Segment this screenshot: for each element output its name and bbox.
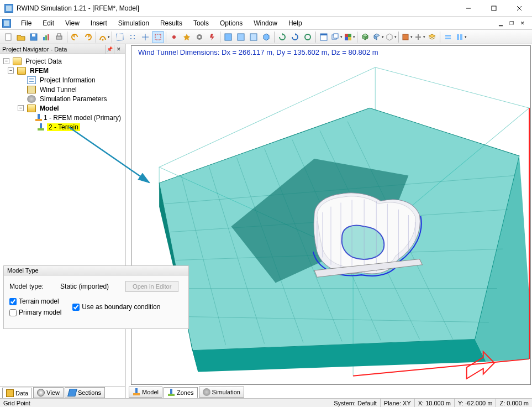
mdi-minimize-button[interactable]: ▁ [496,19,505,28]
tb-iso1-button[interactable] [359,31,371,43]
svg-rect-13 [117,34,123,40]
tb-iso2-button[interactable] [372,31,384,43]
menu-file[interactable]: File [15,17,37,29]
tb-node-button[interactable] [168,31,180,43]
menu-insert[interactable]: Insert [85,17,113,29]
svg-rect-10 [56,36,62,39]
svg-rect-37 [445,35,451,36]
tab-sections[interactable]: Sections [65,387,105,398]
tb-colors-button[interactable] [343,31,355,43]
tab-view[interactable]: View [33,387,64,398]
mdi-restore-button[interactable]: ❐ [507,19,517,28]
tb-run-button[interactable] [98,31,110,43]
close-button[interactable] [507,0,532,17]
maximize-button[interactable] [481,0,507,17]
tb-tool2-button[interactable] [413,31,425,43]
tb-align1-button[interactable] [442,31,454,43]
tb-chart-button[interactable] [40,31,52,43]
tree-toggle-icon[interactable]: − [18,105,24,111]
folder-icon [13,58,22,65]
menu-simulation[interactable]: Simulation [113,17,155,29]
menu-window[interactable]: Window [248,17,283,29]
view-tab-icon [37,389,45,396]
tab-model[interactable]: Model [129,387,162,398]
status-plane: Plane: XY [381,399,415,407]
window-controls [456,0,532,17]
tb-new-button[interactable] [2,31,14,43]
viewport[interactable]: Wind Tunnel Dimensions: Dx = 266.117 m, … [131,45,531,385]
viewport-pane: Wind Tunnel Dimensions: Dx = 266.117 m, … [125,44,532,398]
tb-windows-button[interactable] [330,31,343,43]
menu-bar: File Edit View Insert Simulation Results… [0,17,532,30]
tb-save-button[interactable] [28,31,40,43]
svg-point-21 [172,35,176,39]
tb-viewxz-button[interactable] [235,31,247,43]
tb-snap3-button[interactable] [139,31,151,43]
terrain-model-check-input[interactable] [9,298,17,305]
tree-wind-tunnel[interactable]: Wind Tunnel [2,85,125,94]
navigator-pin-button[interactable]: 📌 [105,45,114,54]
tb-align2-button[interactable] [455,31,467,43]
tree-model-1[interactable]: 1 - RFEM model (Primary) [2,113,125,122]
tb-refresh1-button[interactable] [276,31,288,43]
minimize-button[interactable] [456,0,481,17]
tb-snap1-button[interactable] [114,31,126,43]
tree-project-info[interactable]: Project Information [2,75,125,85]
tb-viewyz-button[interactable] [247,31,260,43]
svg-rect-39 [457,34,459,40]
tb-tool1-button[interactable] [401,31,413,43]
tree-root[interactable]: − Project Data [2,56,125,66]
tree-toggle-icon[interactable]: − [3,58,9,64]
tree-rfem[interactable]: − RFEM [2,66,125,75]
tb-iso3-button[interactable] [384,31,397,43]
menu-help[interactable]: Help [283,17,308,29]
tb-bolt-button[interactable] [206,31,218,43]
menu-tools[interactable]: Tools [188,17,214,29]
boundary-check-input[interactable] [72,304,80,311]
tb-redo-button[interactable] [82,31,94,43]
tb-gear-button[interactable] [193,31,206,43]
svg-rect-26 [250,34,257,40]
open-in-editor-button[interactable]: Open in Editor [125,281,178,292]
tb-view3d-button[interactable] [260,31,272,43]
tb-select-button[interactable] [152,31,164,43]
navigator-close-button[interactable]: ✕ [114,45,123,54]
svg-rect-6 [32,34,35,36]
boundary-condition-checkbox[interactable]: Use as boundary condition [72,298,160,316]
tree-model-2[interactable]: 2 - Terrain [2,122,125,132]
terrain-model-checkbox[interactable]: Terrain model [9,298,61,305]
navigator-title: Project Navigator - Data [2,46,67,53]
menu-results[interactable]: Results [155,17,188,29]
tb-star-button[interactable] [181,31,193,43]
tb-window-button[interactable] [318,31,330,43]
primary-model-checkbox[interactable]: Primary model [9,309,61,316]
model-icon [35,114,40,122]
primary-model-check-input[interactable] [9,309,17,316]
tree-simparams-label: Simulation Parameters [38,95,108,103]
viewport-tabs: Model Zones Simulation [125,386,532,398]
tree-sim-params[interactable]: Simulation Parameters [2,94,125,103]
menu-options[interactable]: Options [214,17,248,29]
project-tree[interactable]: − Project Data − RFEM Project Informatio… [0,54,125,386]
simulation-tab-icon [203,388,210,396]
tab-sections-label: Sections [78,389,101,396]
tab-view-label: View [46,389,60,396]
status-system: System: Default [330,399,381,407]
menu-edit[interactable]: Edit [37,17,60,29]
tb-print-button[interactable] [53,31,65,43]
tree-model[interactable]: − Model [2,103,125,113]
menu-view[interactable]: View [60,17,85,29]
tb-snap2-button[interactable] [127,31,139,43]
tab-data[interactable]: Data [2,388,32,399]
tb-undo-button[interactable] [69,31,81,43]
tab-model-label: Model [142,389,159,395]
tab-zones[interactable]: Zones [164,387,198,398]
tb-viewxy-button[interactable] [222,31,234,43]
tab-simulation[interactable]: Simulation [199,387,244,398]
tb-layers-button[interactable] [426,31,438,43]
tree-toggle-icon[interactable]: − [8,67,14,74]
tb-refresh3-button[interactable] [302,31,314,43]
tb-refresh2-button[interactable] [289,31,301,43]
mdi-close-button[interactable]: ✕ [518,19,528,28]
tb-open-button[interactable] [15,31,27,43]
